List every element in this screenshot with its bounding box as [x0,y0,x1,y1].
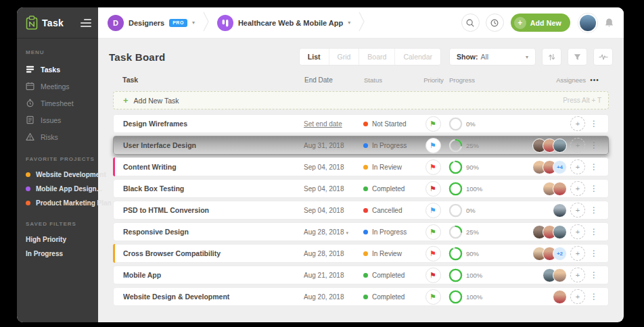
task-row[interactable]: Website Design & DevelopmentAug 20, 2018… [113,287,609,306]
sidebar-item-label: Risks [41,133,58,141]
priority-flag-button[interactable]: ⚑ [426,116,441,132]
task-end-date[interactable]: Aug 31, 2018 [304,142,363,149]
task-row[interactable]: Responsive DesignAug 28, 2018▾In Progres… [113,222,609,241]
add-assignee-button[interactable]: + [570,159,585,174]
add-new-task-row[interactable]: + Add New Task Press Alt + T [113,91,609,109]
task-end-date[interactable]: Aug 20, 2018 [304,293,363,301]
status-badge[interactable]: In Review [363,250,417,257]
status-badge[interactable]: Not Started [363,120,417,128]
sidebar-item-risks[interactable]: Risks [17,128,98,145]
status-badge[interactable]: In Review [363,164,417,171]
priority-cell: ⚑ [417,224,448,240]
priority-flag-button[interactable]: ⚑ [426,224,441,240]
priority-flag-button[interactable]: ⚑ [426,246,441,261]
sidebar-item-issues[interactable]: Issues [17,111,98,128]
task-row[interactable]: Black Box TestingSep 04, 2018Completed⚑1… [113,179,609,198]
avatar[interactable] [553,203,567,218]
task-row[interactable]: Design WireframesSet end dateNot Started… [113,114,609,133]
priority-flag-button[interactable]: ⚑ [426,289,441,305]
saved-filter-item[interactable]: In Progress [17,247,98,261]
add-assignee-button[interactable]: + [570,181,585,196]
status-badge[interactable]: In Progress [363,228,417,236]
view-tab-grid[interactable]: Grid [329,49,360,65]
filter-button[interactable] [568,48,587,66]
row-menu-button[interactable]: ⋮ [585,249,603,257]
priority-cell: ⚑ [417,289,448,305]
favorite-project-item[interactable]: Website Development [17,168,98,182]
view-tab-list[interactable]: List [300,49,329,65]
add-new-button[interactable]: + Add New [511,14,570,32]
priority-flag-button[interactable]: ⚑ [426,203,441,218]
status-badge[interactable]: In Progress [363,142,417,149]
avatar[interactable] [553,268,567,282]
task-row[interactable]: User Interface DesignAug 31, 2018In Prog… [113,136,609,155]
task-end-date[interactable]: Aug 21, 2018 [304,272,363,279]
sort-button[interactable] [542,48,561,66]
topbar: D Designers PRO ▾ Healthcare Web & Mobil… [98,7,624,39]
add-assignee-button[interactable]: + [570,203,585,218]
status-badge[interactable]: Completed [363,185,417,193]
favorite-project-item[interactable]: Mobile App Design... [17,182,98,196]
sidebar-item-meetings[interactable]: Meetings [17,78,98,95]
notifications-bell-icon[interactable] [604,18,614,28]
task-end-date[interactable]: Set end date [304,120,363,128]
row-menu-button[interactable]: ⋮ [585,206,603,214]
row-menu-button[interactable]: ⋮ [585,184,603,193]
status-badge[interactable]: Cancelled [363,207,417,214]
progress-ring [448,182,463,196]
add-assignee-button[interactable]: + [570,116,585,131]
task-end-date[interactable]: Sep 04, 2018 [304,164,363,171]
priority-flag-button[interactable]: ⚑ [426,181,441,197]
sidebar-item-timesheet[interactable]: Timesheet [17,95,98,111]
activity-button[interactable] [593,48,613,66]
task-end-date[interactable]: Aug 28, 2018 [304,250,363,257]
favorite-project-item[interactable]: Product Marketing Plan [17,196,98,210]
status-dot [363,165,368,170]
task-row[interactable]: Content WritingSep 04, 2018In Review⚑90%… [113,157,609,176]
avatar[interactable] [553,139,567,153]
extra-assignees-badge[interactable]: +2 [553,247,567,261]
add-assignee-button[interactable]: + [570,138,585,153]
row-menu-button[interactable]: ⋮ [585,228,603,236]
breadcrumb-chevron-icon [203,11,209,35]
row-menu-button[interactable]: ⋮ [585,293,603,301]
priority-flag-button[interactable]: ⚑ [426,268,441,283]
set-end-date-link[interactable]: Set end date [304,120,342,128]
menu-toggle-icon[interactable] [80,16,91,30]
columns-more-button[interactable]: ••• [586,76,603,84]
task-row[interactable]: Cross Browser CompatibilityAug 28, 2018I… [113,244,609,263]
task-end-date[interactable]: Aug 28, 2018▾ [304,228,363,236]
recent-activity-button[interactable] [486,14,504,32]
add-assignee-button[interactable]: + [570,289,585,304]
task-end-date[interactable]: Sep 04, 2018 [304,207,363,214]
view-tab-calendar[interactable]: Calendar [395,49,440,65]
task-row[interactable]: PSD to HTML ConversionSep 04, 2018Cancel… [113,201,609,220]
status-badge[interactable]: Completed [363,293,417,301]
sidebar-item-tasks[interactable]: Tasks [17,61,98,78]
assignees-cell: + [509,181,585,196]
avatar[interactable] [553,182,567,196]
show-filter-dropdown[interactable]: Show: All ▾ [449,48,536,66]
task-row[interactable]: Mobile AppAug 21, 2018Completed⚑100%+⋮ [113,266,609,284]
add-assignee-button[interactable]: + [570,224,585,239]
view-tab-board[interactable]: Board [359,49,395,65]
avatar[interactable] [553,225,567,239]
add-assignee-button[interactable]: + [570,268,585,282]
saved-filter-item[interactable]: High Priority [17,232,98,247]
priority-flag-button[interactable]: ⚑ [426,159,441,175]
add-assignee-button[interactable]: + [570,246,585,261]
search-button[interactable] [461,14,480,32]
row-menu-button[interactable]: ⋮ [585,271,603,279]
project-selector[interactable]: Healthcare Web & Mobile App ▾ [217,15,350,31]
task-end-date[interactable]: Sep 04, 2018 [304,185,363,193]
row-menu-button[interactable]: ⋮ [585,120,603,128]
extra-assignees-badge[interactable]: +4 [553,160,567,174]
priority-flag-button[interactable]: ⚑ [426,138,441,153]
row-menu-button[interactable]: ⋮ [585,141,603,149]
status-badge[interactable]: Completed [363,272,417,279]
filter-funnel-icon [573,53,582,61]
row-menu-button[interactable]: ⋮ [585,163,603,171]
user-avatar[interactable] [578,14,597,32]
team-selector[interactable]: D Designers PRO ▾ [108,15,195,31]
avatar[interactable] [553,290,567,304]
